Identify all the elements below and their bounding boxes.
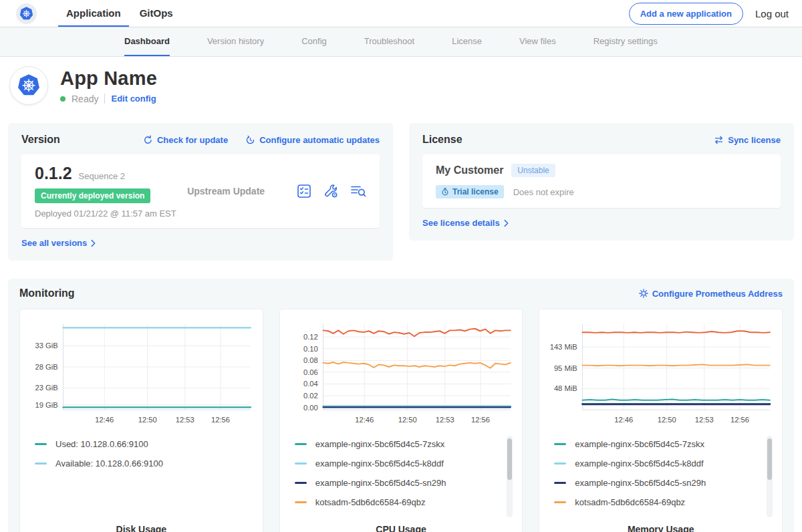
see-all-versions-link[interactable]: See all versions [21, 238, 96, 248]
legend-item: example-nginx-5bc6f5d4c5-k8ddf [295, 454, 516, 473]
svg-text:0.10: 0.10 [303, 345, 318, 353]
legend-label: Available: 10.128.0.66:9100 [55, 458, 163, 469]
configure-prometheus-link[interactable]: Configure Prometheus Address [639, 289, 783, 299]
legend-label: kotsadm-5db6dc6584-69qbz [575, 497, 685, 507]
license-card: License Sync license My Customer Unstabl… [409, 123, 794, 241]
legend-scrollbar [507, 436, 513, 517]
legend-swatch [295, 482, 307, 484]
configure-automatic-updates-label: Configure automatic updates [259, 135, 380, 145]
legend-item: Available: 10.128.0.66:9100 [35, 454, 256, 473]
svg-text:12:53: 12:53 [176, 416, 194, 424]
license-type-label: Trial license [452, 187, 499, 196]
check-for-update-label: Check for update [157, 135, 228, 145]
svg-text:33 GiB: 33 GiB [35, 342, 58, 350]
topnav-right: Add a new application Log out [629, 0, 789, 27]
customer-name: My Customer [436, 164, 503, 176]
configure-prometheus-label: Configure Prometheus Address [652, 289, 783, 299]
tab-troubleshoot[interactable]: Troubleshoot [364, 27, 414, 56]
version-card: Version Check for update Configure au [8, 123, 393, 261]
legend-swatch [35, 443, 47, 445]
legend-swatch [295, 443, 307, 445]
see-all-versions-label: See all versions [21, 238, 87, 248]
svg-text:0.12: 0.12 [303, 333, 318, 341]
legend-swatch [554, 462, 566, 464]
svg-text:12:50: 12:50 [658, 416, 676, 424]
legend-label: Used: 10.128.0.66:9100 [55, 439, 148, 449]
legend-swatch [554, 482, 566, 484]
tab-dashboard[interactable]: Dashboard [124, 27, 170, 56]
tab-license[interactable]: License [452, 27, 482, 56]
chevron-right-icon [504, 219, 509, 227]
app-header: App Name Ready Edit config [0, 57, 802, 117]
svg-text:0.06: 0.06 [303, 368, 318, 376]
edit-config-link[interactable]: Edit config [111, 94, 156, 104]
license-type-badge: Trial license [436, 185, 504, 198]
legend-scrollbar-thumb[interactable] [507, 438, 512, 480]
svg-text:12:53: 12:53 [435, 416, 454, 424]
tab-config[interactable]: Config [301, 27, 327, 56]
gear-icon [639, 289, 648, 298]
svg-text:0.08: 0.08 [303, 356, 318, 364]
chart-title: CPU Usage [287, 524, 516, 532]
legend-swatch [295, 501, 307, 503]
legend-item: example-nginx-5bc6f5d4c5-k8ddf [554, 454, 775, 473]
monitoring-title: Monitoring [19, 287, 75, 299]
tab-view-files[interactable]: View files [519, 27, 556, 56]
topnav-items: Application GitOps [58, 0, 181, 27]
kubernetes-helm-icon [19, 6, 34, 21]
legend-scrollbar-thumb[interactable] [767, 438, 772, 480]
configure-automatic-updates-link[interactable]: Configure automatic updates [245, 135, 380, 145]
kubernetes-helm-icon [16, 73, 41, 98]
svg-text:12:46: 12:46 [95, 416, 114, 424]
legend-item: example-nginx-5bc6f5d4c5-7zskx [295, 434, 516, 454]
memory-usage-chart: 143 MiB95 MiB48 MiB12:4612:5012:5312:56 [546, 317, 775, 429]
divider [104, 94, 105, 104]
svg-text:0.02: 0.02 [303, 392, 318, 400]
legend-swatch [295, 462, 307, 464]
page-title: App Name [60, 68, 157, 90]
sync-license-link[interactable]: Sync license [714, 135, 781, 145]
svg-text:12:53: 12:53 [695, 416, 714, 424]
app-status-text: Ready [72, 94, 98, 104]
auto-update-clock-icon [245, 135, 255, 145]
legend-label: example-nginx-5bc6f5d4c5-sn29h [575, 478, 706, 488]
memory-usage-chart-card: 143 MiB95 MiB48 MiB12:4612:5012:5312:56 … [539, 309, 783, 532]
monitoring-section: Monitoring Configure Prometheus Address … [8, 279, 794, 532]
svg-text:12:46: 12:46 [615, 416, 634, 424]
legend-item: example-nginx-5bc6f5d4c5-7zskx [554, 434, 775, 454]
disk-usage-chart-card: 33 GiB28 GiB23 GiB19 GiB12:4612:5012:531… [19, 309, 263, 532]
stopwatch-icon [441, 188, 449, 196]
topnav-item-gitops[interactable]: GitOps [132, 0, 181, 27]
svg-text:0.04: 0.04 [303, 380, 318, 388]
deployed-timestamp: Deployed 01/21/22 @ 11:57 am EST [35, 209, 187, 219]
view-logs-icon[interactable] [350, 184, 366, 198]
cpu-usage-chart-card: 0.120.100.080.060.040.020.0012:4612:5012… [279, 309, 523, 532]
svg-text:0.00: 0.00 [303, 404, 318, 412]
update-type-label: Upstream Update [187, 186, 297, 196]
legend-item: Used: 10.128.0.66:9100 [35, 434, 256, 454]
memory-usage-legend: example-nginx-5bc6f5d4c5-7zskx example-n… [554, 434, 775, 513]
topnav-item-application[interactable]: Application [58, 0, 129, 27]
preflight-checks-icon[interactable] [297, 184, 311, 198]
disk-usage-legend: Used: 10.128.0.66:9100 Available: 10.128… [35, 434, 256, 513]
check-for-update-link[interactable]: Check for update [143, 135, 228, 145]
ready-status-dot [60, 96, 65, 102]
svg-text:95 MiB: 95 MiB [554, 364, 577, 372]
legend-swatch [35, 462, 47, 464]
legend-item: example-nginx-5bc6f5d4c5-sn29h [295, 473, 516, 493]
version-card-title: Version [21, 134, 60, 146]
edit-config-icon[interactable] [323, 184, 338, 198]
add-new-application-button[interactable]: Add a new application [629, 3, 743, 25]
refresh-icon [143, 135, 153, 145]
legend-label: example-nginx-5bc6f5d4c5-7zskx [575, 439, 704, 449]
license-card-title: License [422, 134, 462, 146]
tab-registry-settings[interactable]: Registry settings [593, 27, 658, 56]
tab-version-history[interactable]: Version history [207, 27, 264, 56]
logout-link[interactable]: Log out [755, 8, 789, 19]
cpu-usage-chart: 0.120.100.080.060.040.020.0012:4612:5012… [287, 317, 516, 429]
chevron-right-icon [91, 239, 96, 247]
see-license-details-link[interactable]: See license details [422, 218, 509, 228]
legend-label: kotsadm-5db6dc6584-69qbz [315, 497, 426, 507]
svg-text:12:56: 12:56 [211, 416, 230, 424]
cpu-usage-legend: example-nginx-5bc6f5d4c5-7zskx example-n… [295, 434, 516, 513]
